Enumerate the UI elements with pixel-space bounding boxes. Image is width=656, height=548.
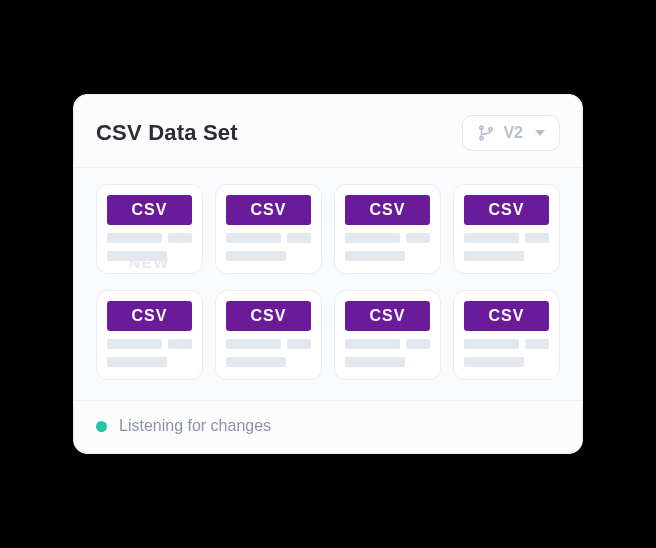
- file-card[interactable]: CSV: [96, 290, 203, 380]
- file-type-label: CSV: [489, 201, 525, 219]
- dataset-panel: CSV Data Set V2 CSVNEWCSVCSVCSVCSVCSVCSV…: [73, 94, 583, 454]
- file-type-banner: CSV: [226, 195, 311, 225]
- skeleton-line: [107, 339, 192, 349]
- skeleton-line: [107, 251, 192, 261]
- skeleton-line: [107, 233, 192, 243]
- file-type-banner: CSV: [107, 301, 192, 331]
- file-type-banner: CSV: [464, 301, 549, 331]
- file-type-label: CSV: [132, 201, 168, 219]
- skeleton-line: [464, 357, 549, 367]
- file-type-label: CSV: [132, 307, 168, 325]
- skeleton-line: [226, 233, 311, 243]
- file-type-banner: CSV: [345, 301, 430, 331]
- chevron-down-icon: [535, 130, 545, 136]
- status-text: Listening for changes: [119, 417, 271, 435]
- file-card[interactable]: CSV: [453, 184, 560, 274]
- skeleton-line: [464, 339, 549, 349]
- file-type-label: CSV: [370, 201, 406, 219]
- panel-header: CSV Data Set V2: [74, 95, 582, 167]
- file-type-label: CSV: [489, 307, 525, 325]
- file-grid: CSVNEWCSVCSVCSVCSVCSVCSVCSV: [74, 168, 582, 400]
- panel-footer: Listening for changes: [74, 401, 582, 453]
- file-card[interactable]: CSVNEW: [96, 184, 203, 274]
- file-card[interactable]: CSV: [215, 184, 322, 274]
- file-type-banner: CSV: [226, 301, 311, 331]
- skeleton-line: [345, 251, 430, 261]
- file-type-label: CSV: [370, 307, 406, 325]
- skeleton-line: [345, 233, 430, 243]
- status-indicator-icon: [96, 421, 107, 432]
- file-card[interactable]: CSV: [453, 290, 560, 380]
- skeleton-line: [226, 357, 311, 367]
- skeleton-line: [226, 339, 311, 349]
- skeleton-line: [345, 339, 430, 349]
- file-card[interactable]: CSV: [334, 184, 441, 274]
- skeleton-line: [464, 251, 549, 261]
- file-type-banner: CSV: [107, 195, 192, 225]
- git-branch-icon: [477, 124, 495, 142]
- file-type-label: CSV: [251, 307, 287, 325]
- skeleton-line: [345, 357, 430, 367]
- skeleton-line: [464, 233, 549, 243]
- version-label: V2: [503, 124, 523, 142]
- file-type-banner: CSV: [345, 195, 430, 225]
- skeleton-line: [107, 357, 192, 367]
- file-card[interactable]: CSV: [215, 290, 322, 380]
- panel-title: CSV Data Set: [96, 120, 238, 146]
- skeleton-line: [226, 251, 311, 261]
- file-card[interactable]: CSV: [334, 290, 441, 380]
- version-selector[interactable]: V2: [462, 115, 560, 151]
- file-type-banner: CSV: [464, 195, 549, 225]
- file-type-label: CSV: [251, 201, 287, 219]
